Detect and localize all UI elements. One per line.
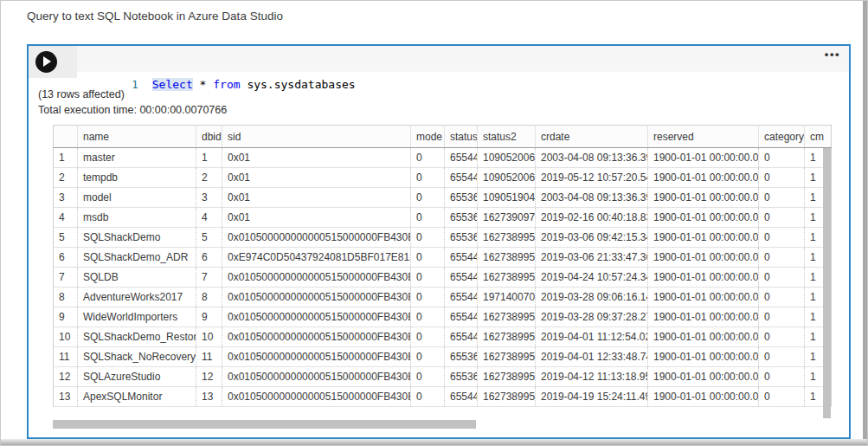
row-number-cell[interactable]: 8 xyxy=(54,288,78,307)
grid-cell[interactable]: 1900-01-01 00:00:00.000 xyxy=(648,367,759,387)
grid-cell[interactable]: 65544 xyxy=(445,307,478,327)
grid-cell[interactable]: 0x01 xyxy=(222,208,411,228)
grid-cell[interactable]: 1971400704 xyxy=(478,288,536,307)
grid-cell[interactable]: 0 xyxy=(759,148,805,168)
grid-cell[interactable]: 0 xyxy=(411,168,445,188)
grid-cell[interactable]: 7 xyxy=(196,268,222,288)
row-number-header[interactable] xyxy=(54,126,78,148)
grid-cell[interactable]: 2019-04-01 11:12:54.027 xyxy=(536,327,648,347)
grid-cell[interactable]: 2 xyxy=(196,168,222,188)
grid-cell[interactable]: 0 xyxy=(411,367,445,387)
window-vertical-scrollbar[interactable] xyxy=(863,1,867,445)
grid-cell[interactable]: 2019-03-28 09:06:16.147 xyxy=(536,288,648,307)
grid-cell[interactable]: 1900-01-01 00:00:00.000 xyxy=(648,307,759,327)
grid-cell[interactable]: 0 xyxy=(411,387,445,407)
grid-cell[interactable]: 2019-04-24 10:57:24.340 xyxy=(536,268,648,288)
column-header-status[interactable]: status xyxy=(445,126,478,148)
row-number-cell[interactable]: 11 xyxy=(54,347,78,367)
grid-cell[interactable]: model xyxy=(78,188,196,208)
row-number-cell[interactable]: 12 xyxy=(54,367,78,387)
grid-cell[interactable]: 1900-01-01 00:00:00.000 xyxy=(648,347,759,367)
grid-cell[interactable]: 0x010500000000000515000000FB430E0... xyxy=(222,268,411,288)
grid-cell[interactable]: 1900-01-01 00:00:00.000 xyxy=(648,387,759,407)
grid-cell[interactable]: 65536 xyxy=(445,367,478,387)
grid-cell[interactable]: 1900-01-01 00:00:00.000 xyxy=(648,228,759,248)
column-header-name[interactable]: name xyxy=(78,126,196,148)
grid-cell[interactable]: 2019-03-06 09:42:15.340 xyxy=(536,228,648,248)
grid-cell[interactable]: 1627389952 xyxy=(478,307,536,327)
grid-cell[interactable]: 1627390976 xyxy=(478,208,536,228)
grid-cell[interactable]: 0 xyxy=(411,148,445,168)
grid-cell[interactable]: ApexSQLMonitor xyxy=(78,387,196,407)
row-number-cell[interactable]: 4 xyxy=(54,208,78,228)
grid-cell[interactable]: 1900-01-01 00:00:00.000 xyxy=(648,288,759,307)
grid-cell[interactable]: 10 xyxy=(196,327,222,347)
grid-cell[interactable]: 0x01 xyxy=(222,188,411,208)
grid-cell[interactable]: 0x010500000000000515000000FB430E0... xyxy=(222,367,411,387)
row-number-cell[interactable]: 2 xyxy=(54,168,78,188)
column-header-status2[interactable]: status2 xyxy=(478,126,536,148)
grid-cell[interactable]: 8 xyxy=(196,288,222,307)
grid-cell[interactable]: 65536 xyxy=(445,347,478,367)
grid-cell[interactable]: 65544 xyxy=(445,248,478,268)
grid-cell[interactable]: 0 xyxy=(759,327,805,347)
grid-cell[interactable]: 0 xyxy=(411,307,445,327)
grid-cell[interactable]: 1900-01-01 00:00:00.000 xyxy=(648,268,759,288)
grid-cell[interactable]: 65544 xyxy=(445,288,478,307)
grid-cell[interactable]: 65544 xyxy=(445,168,478,188)
grid-cell[interactable]: tempdb xyxy=(78,168,196,188)
grid-cell[interactable]: 65536 xyxy=(445,188,478,208)
grid-cell[interactable]: 2019-03-06 21:33:47.360 xyxy=(536,248,648,268)
column-header-sid[interactable]: sid xyxy=(222,126,411,148)
grid-cell[interactable]: 5 xyxy=(196,228,222,248)
grid-cell[interactable]: 6 xyxy=(196,248,222,268)
column-header-reserved[interactable]: reserved xyxy=(648,126,759,148)
grid-cell[interactable]: 0x010500000000000515000000FB430E0... xyxy=(222,327,411,347)
grid-cell[interactable]: 12 xyxy=(196,367,222,387)
grid-cell[interactable]: SQLShack_NoRecovery xyxy=(78,347,196,367)
grid-horizontal-scrollbar[interactable] xyxy=(53,420,476,429)
row-number-cell[interactable]: 13 xyxy=(54,387,78,407)
column-header-crdate[interactable]: crdate xyxy=(536,126,648,148)
grid-cell[interactable]: 1090520064 xyxy=(478,148,536,168)
grid-cell[interactable]: 0 xyxy=(411,248,445,268)
grid-cell[interactable]: 1090519040 xyxy=(478,188,536,208)
grid-cell[interactable]: SQLShackDemo_Restore xyxy=(78,327,196,347)
grid-cell[interactable]: 65544 xyxy=(445,387,478,407)
grid-cell[interactable]: 1 xyxy=(196,148,222,168)
grid-cell[interactable]: 0x010500000000000515000000FB430E0... xyxy=(222,387,411,407)
grid-cell[interactable]: 2003-04-08 09:13:36.390 xyxy=(536,148,648,168)
grid-cell[interactable]: 65544 xyxy=(445,268,478,288)
grid-cell[interactable]: 0x01 xyxy=(222,168,411,188)
grid-cell[interactable]: 2019-04-01 12:33:48.743 xyxy=(536,347,648,367)
grid-cell[interactable]: 0x010500000000000515000000FB430E0... xyxy=(222,307,411,327)
grid-cell[interactable]: 0 xyxy=(759,268,805,288)
grid-cell[interactable]: 13 xyxy=(196,387,222,407)
grid-cell[interactable]: 1900-01-01 00:00:00.000 xyxy=(648,208,759,228)
grid-cell[interactable]: 0 xyxy=(759,168,805,188)
grid-cell[interactable]: 2003-04-08 09:13:36.390 xyxy=(536,188,648,208)
grid-cell[interactable]: 1900-01-01 00:00:00.000 xyxy=(648,148,759,168)
grid-cell[interactable]: 0 xyxy=(411,268,445,288)
grid-cell[interactable]: 0 xyxy=(411,188,445,208)
column-header-dbid[interactable]: dbid xyxy=(196,126,222,148)
grid-cell[interactable]: AdventureWorks2017 xyxy=(78,288,196,307)
row-number-cell[interactable]: 5 xyxy=(54,228,78,248)
grid-cell[interactable]: 0 xyxy=(759,228,805,248)
row-number-cell[interactable]: 3 xyxy=(54,188,78,208)
grid-vertical-scrollbar[interactable] xyxy=(823,148,831,418)
grid-cell[interactable]: 1627389952 xyxy=(478,268,536,288)
grid-cell[interactable]: 0 xyxy=(411,288,445,307)
grid-cell[interactable]: 1627389952 xyxy=(478,327,536,347)
grid-cell[interactable]: msdb xyxy=(78,208,196,228)
grid-cell[interactable]: 2019-04-12 11:13:18.953 xyxy=(536,367,648,387)
grid-cell[interactable]: 0 xyxy=(411,208,445,228)
grid-cell[interactable]: 4 xyxy=(196,208,222,228)
column-header-mode[interactable]: mode xyxy=(411,126,445,148)
grid-cell[interactable]: 1627389952 xyxy=(478,387,536,407)
grid-cell[interactable]: 1900-01-01 00:00:00.000 xyxy=(648,168,759,188)
grid-cell[interactable]: 0 xyxy=(411,228,445,248)
notebook-code-cell[interactable]: 1Select * from sys.sysdatabases ••• (13 … xyxy=(27,44,851,439)
grid-cell[interactable]: 0x010500000000000515000000FB430E0... xyxy=(222,288,411,307)
run-cell-button[interactable] xyxy=(35,51,57,73)
